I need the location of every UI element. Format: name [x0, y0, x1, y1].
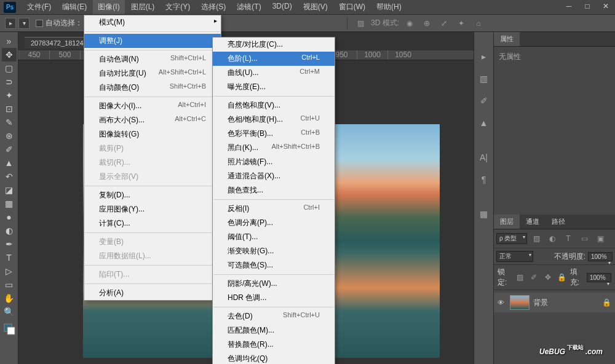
- visibility-eye-icon[interactable]: 👁: [498, 299, 506, 306]
- menuitem-匹配颜色(M)...[interactable]: 匹配颜色(M)...: [213, 323, 335, 338]
- menuitem-调整(J)[interactable]: 调整(J): [84, 34, 221, 48]
- move-tool[interactable]: ✥: [2, 48, 17, 61]
- tool-preset-arrow[interactable]: ▾: [18, 18, 30, 29]
- menu-滤镜(T)[interactable]: 滤镜(T): [232, 0, 266, 14]
- filter-smart-icon[interactable]: ▣: [593, 232, 607, 245]
- menuitem-去色(D)[interactable]: 去色(D)Shift+Ctrl+U: [213, 309, 335, 323]
- lock-all-icon[interactable]: 🔒: [556, 271, 568, 284]
- menuitem-复制(D)...[interactable]: 复制(D)...: [84, 188, 221, 202]
- menu-3D(D)[interactable]: 3D(D): [268, 0, 297, 14]
- history-icon[interactable]: ▥: [478, 73, 490, 85]
- brush-tool[interactable]: ✐: [2, 143, 17, 156]
- menuitem-曝光度(E)...[interactable]: 曝光度(E)...: [213, 80, 335, 94]
- properties-tab[interactable]: 属性: [494, 32, 520, 46]
- menu-帮助(H)[interactable]: 帮助(H): [371, 0, 407, 14]
- move-tool-icon[interactable]: ▸: [5, 18, 16, 29]
- dodge-tool[interactable]: ◐: [2, 224, 17, 237]
- channels-tab[interactable]: 通道: [520, 215, 546, 229]
- menuitem-图像旋转(G)[interactable]: 图像旋转(G): [84, 127, 221, 141]
- 3d-icon[interactable]: ▨: [354, 17, 367, 30]
- menuitem-色调均化(Q)[interactable]: 色调均化(Q): [213, 352, 335, 364]
- fill-value[interactable]: 100%: [587, 273, 611, 282]
- menuitem-应用图像(Y)...[interactable]: 应用图像(Y)...: [84, 202, 221, 216]
- crop-tool[interactable]: ⊡: [2, 102, 17, 116]
- color-swatches[interactable]: [2, 322, 17, 336]
- menu-视图(V)[interactable]: 视图(V): [298, 0, 333, 14]
- menuitem-渐变映射(G)...[interactable]: 渐变映射(G)...: [213, 244, 335, 258]
- minimize-button[interactable]: ─: [560, 0, 578, 12]
- layer-thumbnail[interactable]: [510, 295, 530, 310]
- filter-shape-icon[interactable]: ▭: [577, 232, 591, 245]
- menuitem-阴影/高光(W)...[interactable]: 阴影/高光(W)...: [213, 277, 335, 291]
- swatches-icon[interactable]: ▦: [478, 208, 490, 220]
- hand-tool[interactable]: ✋: [2, 291, 17, 305]
- marquee-tool[interactable]: ▢: [2, 61, 17, 75]
- menuitem-自动色调(N)[interactable]: 自动色调(N)Shift+Ctrl+L: [84, 52, 221, 66]
- lock-pixels-icon[interactable]: ▨: [514, 271, 526, 284]
- filter-type-icon[interactable]: T: [561, 232, 575, 245]
- blur-tool[interactable]: ●: [2, 210, 17, 224]
- menuitem-自然饱和度(V)...[interactable]: 自然饱和度(V)...: [213, 98, 335, 113]
- lock-brush-icon[interactable]: ✐: [528, 271, 540, 284]
- maximize-button[interactable]: □: [578, 0, 597, 12]
- lock-position-icon[interactable]: ✥: [542, 271, 554, 284]
- menuitem-阈值(T)...[interactable]: 阈值(T)...: [213, 230, 335, 244]
- menuitem-计算(C)...[interactable]: 计算(C)...: [84, 216, 221, 231]
- brush-panel-icon[interactable]: ✐: [478, 95, 490, 107]
- filter-adjust-icon[interactable]: ◐: [546, 232, 559, 245]
- blend-mode-dropdown[interactable]: 正常: [496, 251, 533, 262]
- menuitem-曲线(U)...[interactable]: 曲线(U)...Ctrl+M: [213, 66, 335, 80]
- menuitem-亮度/对比度(C)...[interactable]: 亮度/对比度(C)...: [213, 38, 335, 52]
- menuitem-分析(A)[interactable]: 分析(A): [84, 286, 221, 300]
- paragraph-icon[interactable]: ¶: [478, 173, 490, 186]
- zoom-icon[interactable]: ⤢: [437, 17, 451, 30]
- zoom-tool[interactable]: 🔍: [2, 305, 17, 318]
- path-select-tool[interactable]: ▷: [2, 264, 17, 278]
- menu-编辑(E)[interactable]: 编辑(E): [57, 0, 92, 14]
- filter-image-icon[interactable]: ▨: [530, 232, 543, 245]
- menuitem-图像大小(I)...[interactable]: 图像大小(I)...Alt+Ctrl+I: [84, 99, 221, 113]
- menuitem-反相(I)[interactable]: 反相(I)Ctrl+I: [213, 202, 335, 216]
- eyedropper-tool[interactable]: ✎: [2, 116, 17, 129]
- lasso-tool[interactable]: ⊃: [2, 75, 17, 89]
- menu-文件(F)[interactable]: 文件(F): [22, 0, 56, 14]
- eraser-tool[interactable]: ◪: [2, 183, 17, 197]
- stamp-tool[interactable]: ▲: [2, 156, 17, 170]
- opacity-value[interactable]: 100%: [588, 252, 613, 261]
- menuitem-颜色查找...[interactable]: 颜色查找...: [213, 183, 335, 197]
- menuitem-自动颜色(O)[interactable]: 自动颜色(O)Shift+Ctrl+B: [84, 81, 221, 95]
- type-tool[interactable]: T: [2, 251, 17, 264]
- menu-文字(Y)[interactable]: 文字(Y): [161, 0, 195, 14]
- menu-窗口(W)[interactable]: 窗口(W): [334, 0, 370, 14]
- menuitem-替换颜色(R)...[interactable]: 替换颜色(R)...: [213, 338, 335, 352]
- menuitem-黑白(K)...[interactable]: 黑白(K)...Alt+Shift+Ctrl+B: [213, 141, 335, 155]
- menuitem-模式(M)[interactable]: 模式(M): [84, 15, 221, 30]
- close-button[interactable]: ✕: [597, 0, 615, 12]
- healing-tool[interactable]: ⊛: [2, 129, 17, 143]
- layer-row-background[interactable]: 👁 背景 🔒: [494, 293, 615, 312]
- menuitem-色彩平衡(B)...[interactable]: 色彩平衡(B)...Ctrl+B: [213, 127, 335, 141]
- menuitem-HDR 色调...[interactable]: HDR 色调...: [213, 291, 335, 305]
- auto-select-checkbox[interactable]: 自动选择：: [36, 18, 82, 28]
- clone-icon[interactable]: ▲: [478, 117, 490, 129]
- menu-选择(S)[interactable]: 选择(S): [196, 0, 231, 14]
- pen-tool[interactable]: ✒: [2, 237, 17, 251]
- menuitem-画布大小(S)...[interactable]: 画布大小(S)...Alt+Ctrl+C: [84, 113, 221, 127]
- menu-图像(I)[interactable]: 图像(I): [93, 0, 124, 14]
- light-icon[interactable]: ✦: [454, 17, 468, 30]
- menuitem-通道混合器(X)...[interactable]: 通道混合器(X)...: [213, 169, 335, 183]
- menuitem-色阶(L)...[interactable]: 色阶(L)...Ctrl+L: [213, 52, 335, 66]
- pan-icon[interactable]: ⊕: [420, 17, 434, 30]
- gradient-tool[interactable]: ▦: [2, 197, 17, 210]
- orbit-icon[interactable]: ◉: [403, 17, 416, 30]
- collapse-arrow-icon[interactable]: ▸: [478, 50, 490, 63]
- char-icon[interactable]: A|: [478, 151, 490, 164]
- menuitem-色调分离(P)...[interactable]: 色调分离(P)...: [213, 216, 335, 230]
- home-icon[interactable]: ⌂: [472, 17, 485, 30]
- menu-图层(L)[interactable]: 图层(L): [126, 0, 160, 14]
- menuitem-色相/饱和度(H)...[interactable]: 色相/饱和度(H)...Ctrl+U: [213, 113, 335, 127]
- layers-tab[interactable]: 图层: [494, 215, 520, 229]
- shape-tool[interactable]: ▭: [2, 278, 17, 291]
- wand-tool[interactable]: ✦: [2, 89, 17, 102]
- menuitem-自动对比度(U)[interactable]: 自动对比度(U)Alt+Shift+Ctrl+L: [84, 66, 221, 81]
